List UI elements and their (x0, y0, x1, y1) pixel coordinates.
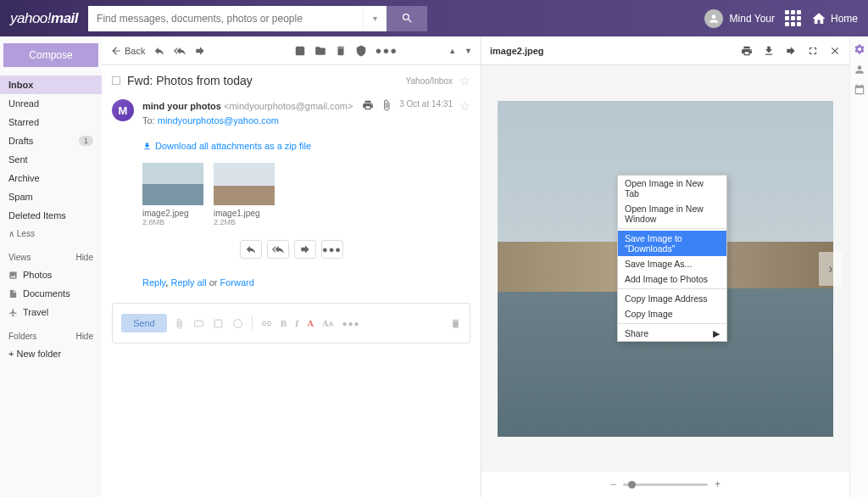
ctx-save-as[interactable]: Save Image As... (618, 256, 726, 271)
more-icon[interactable]: ●●● (376, 44, 398, 57)
compose-button[interactable]: Compose (3, 43, 98, 67)
next-image-icon[interactable]: › (819, 252, 843, 286)
user-avatar[interactable] (704, 9, 723, 28)
thumb-filename: image1.jpeg (214, 209, 275, 218)
to-address[interactable]: mindyourphotos@yahoo.com (158, 115, 279, 126)
reply-link[interactable]: Reply (142, 277, 165, 288)
forward-icon[interactable] (194, 45, 206, 57)
svg-rect-0 (194, 321, 203, 327)
reply-all-link[interactable]: Reply all (170, 277, 206, 288)
contacts-icon[interactable] (854, 64, 865, 75)
message-toolbar: Back ●●● ▲ ▼ (102, 36, 481, 65)
folder-deleted[interactable]: Deleted Items (0, 206, 102, 225)
zoom-in-icon[interactable]: + (715, 478, 721, 490)
star-icon[interactable]: ☆ (459, 74, 470, 87)
more-format-icon[interactable]: ●●● (342, 319, 360, 328)
attachment-thumb[interactable]: image1.jpeg 2.2MB (214, 163, 275, 226)
folder-inbox[interactable]: Inbox (0, 75, 102, 94)
ctx-copy-address[interactable]: Copy Image Address (618, 291, 726, 306)
trash-icon[interactable] (450, 318, 461, 329)
back-button[interactable]: Back (110, 45, 145, 57)
spam-icon[interactable] (355, 45, 367, 57)
hide-views[interactable]: Hide (75, 253, 93, 262)
view-photos[interactable]: Photos (0, 265, 102, 284)
search-dropdown-toggle[interactable]: ▾ (363, 6, 387, 31)
send-button[interactable]: Send (121, 314, 167, 332)
zoom-slider[interactable] (623, 483, 708, 486)
home-link[interactable]: Home (811, 11, 858, 26)
folder-unread[interactable]: Unread (0, 94, 102, 113)
folder-sent[interactable]: Sent (0, 150, 102, 169)
view-travel[interactable]: Travel (0, 303, 102, 321)
select-checkbox[interactable] (112, 76, 120, 85)
attach-icon[interactable] (174, 318, 185, 329)
context-menu: Open Image in New Tab Open Image in New … (617, 175, 727, 342)
forward-link[interactable]: Forward (220, 277, 254, 288)
calendar-icon[interactable] (854, 84, 865, 96)
ctx-copy-image[interactable]: Copy Image (618, 306, 726, 321)
download-all-link[interactable]: Download all attachments as a zip file (142, 141, 470, 151)
preview-print-icon[interactable] (741, 45, 753, 57)
travel-icon (8, 308, 18, 317)
reply-links: Reply, Reply all or Forward (102, 271, 481, 294)
ctx-share[interactable]: Share▶ (618, 326, 726, 341)
thumb-image (142, 163, 203, 205)
font-size-icon[interactable]: AA (322, 319, 333, 328)
delete-icon[interactable] (335, 45, 347, 57)
action-more[interactable]: ●●● (321, 240, 343, 259)
folder-spam[interactable]: Spam (0, 187, 102, 206)
zoom-control: − + (481, 472, 849, 497)
ctx-open-new-window[interactable]: Open Image in New Window (618, 201, 726, 226)
submenu-arrow-icon: ▶ (713, 328, 720, 338)
folder-starred[interactable]: Starred (0, 113, 102, 131)
collapse-up-icon[interactable]: ▲ (448, 47, 456, 55)
message-date: 3 Oct at 14:31 (399, 99, 453, 109)
attachment-thumb[interactable]: image2.jpeg 2.8MB (142, 163, 203, 226)
preview-close-icon[interactable] (829, 45, 841, 57)
stationery-icon[interactable] (213, 318, 224, 329)
search-button[interactable] (387, 6, 427, 31)
hide-folders[interactable]: Hide (75, 332, 93, 341)
view-documents[interactable]: Documents (0, 284, 102, 303)
preview-fullscreen-icon[interactable] (807, 45, 819, 57)
ctx-add-to-photos[interactable]: Add Image to Photos (618, 271, 726, 287)
link-icon[interactable] (261, 318, 272, 329)
move-icon[interactable] (314, 45, 326, 57)
action-reply[interactable] (240, 240, 262, 259)
less-toggle[interactable]: ∧ Less (0, 225, 102, 243)
svg-point-2 (233, 319, 242, 327)
preview-filename: image2.jpeg (490, 46, 731, 56)
thumb-size: 2.8MB (142, 218, 203, 226)
from-row: M mind your photos <mindyourphotos@gmail… (102, 96, 481, 134)
settings-gear-icon[interactable] (854, 43, 865, 55)
ctx-save-downloads[interactable]: Save Image to "Downloads" (618, 231, 726, 256)
search-box: ▾ (88, 6, 427, 31)
right-panel (849, 36, 868, 497)
archive-icon[interactable] (294, 45, 306, 57)
emoji-icon[interactable] (232, 318, 243, 329)
yahoo-mail-logo[interactable]: yahoo!mail (10, 10, 78, 27)
folder-archive[interactable]: Archive (0, 169, 102, 187)
preview-download-icon[interactable] (763, 45, 775, 57)
collapse-down-icon[interactable]: ▼ (465, 47, 472, 55)
action-reply-all[interactable] (267, 240, 289, 259)
search-input[interactable] (88, 6, 363, 31)
message-star-icon[interactable]: ☆ (459, 99, 470, 113)
reply-icon[interactable] (153, 45, 165, 57)
text-color-icon[interactable]: A (307, 318, 314, 328)
action-forward[interactable] (294, 240, 316, 259)
ctx-open-new-tab[interactable]: Open Image in New Tab (618, 176, 726, 201)
apps-icon[interactable] (785, 10, 801, 26)
print-icon[interactable] (362, 99, 374, 111)
folder-drafts[interactable]: Drafts1 (0, 131, 102, 150)
reply-all-icon[interactable] (174, 45, 186, 57)
thumb-size: 2.2MB (214, 218, 275, 226)
gif-icon[interactable] (193, 318, 204, 329)
zoom-out-icon[interactable]: − (610, 478, 616, 490)
italic-icon[interactable]: I (295, 318, 298, 328)
bold-icon[interactable]: B (281, 318, 287, 328)
quick-compose[interactable]: Send B I A AA ●●● (112, 303, 470, 343)
svg-rect-1 (214, 320, 222, 327)
new-folder[interactable]: + New folder (0, 344, 102, 363)
preview-forward-icon[interactable] (785, 45, 797, 57)
